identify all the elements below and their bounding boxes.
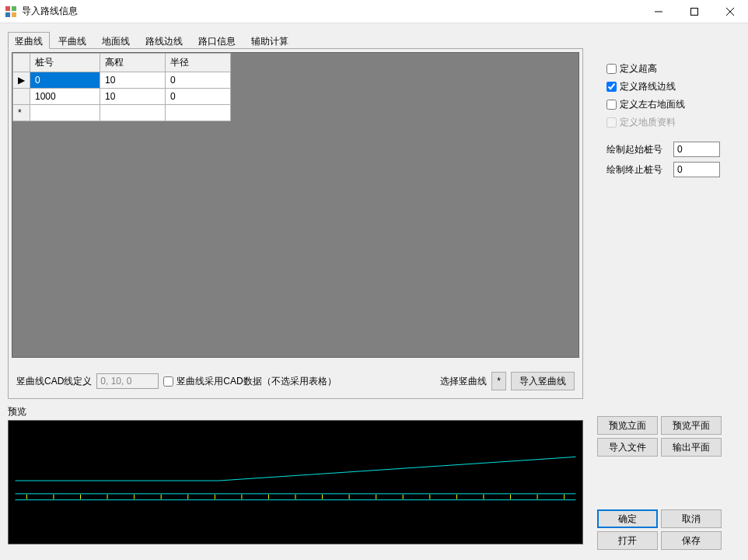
output-plan-button[interactable]: 输出平面 [661, 438, 722, 457]
tab-ground-line[interactable]: 地面线 [95, 32, 137, 49]
start-station-input[interactable] [673, 142, 720, 157]
cad-def-label: 竖曲线CAD线定义 [16, 375, 92, 388]
svg-rect-1 [12, 6, 16, 11]
app-icon [5, 5, 17, 18]
options-group: 定义超高 定义路线边线 定义左右地面线 定义地质资料 [606, 62, 740, 129]
svg-rect-5 [691, 8, 698, 15]
preview-button-grid: 预览立面 预览平面 导入文件 输出平面 [597, 416, 722, 457]
table-row[interactable]: ▶ 0 10 0 [13, 72, 231, 89]
data-grid-wrap: 桩号 高程 半径 ▶ 0 10 0 1000 10 0 [12, 52, 579, 358]
star-button[interactable]: * [491, 372, 506, 390]
opt-superelevation-label: 定义超高 [620, 62, 657, 75]
svg-rect-3 [12, 12, 16, 17]
import-curve-button[interactable]: 导入竖曲线 [511, 372, 575, 390]
use-cad-checkbox[interactable]: 竖曲线采用CAD数据（不选采用表格） [163, 375, 336, 388]
cell-empty[interactable] [30, 105, 100, 121]
import-file-button[interactable]: 导入文件 [597, 438, 658, 457]
titlebar: 导入路线信息 [0, 0, 748, 23]
preview-elevation-button[interactable]: 预览立面 [597, 416, 658, 435]
opt-ground-lines-checkbox[interactable] [606, 100, 617, 110]
close-button[interactable] [712, 0, 748, 23]
svg-rect-2 [5, 12, 10, 17]
tab-horizontal-curve[interactable]: 平曲线 [51, 32, 93, 49]
data-grid[interactable]: 桩号 高程 半径 ▶ 0 10 0 1000 10 0 [12, 53, 231, 121]
end-station-label: 绘制终止桩号 [606, 163, 669, 177]
window-buttons [641, 0, 748, 23]
end-station-row: 绘制终止桩号 [606, 162, 740, 177]
open-button[interactable]: 打开 [597, 531, 658, 550]
cell-station[interactable]: 0 [30, 72, 100, 89]
cell-empty[interactable] [100, 105, 166, 121]
use-cad-label: 竖曲线采用CAD数据（不选采用表格） [177, 375, 336, 388]
left-column: 竖曲线 平曲线 地面线 路线边线 路口信息 辅助计算 桩号 高程 半径 ▶ [8, 31, 583, 552]
opt-geology-checkbox [606, 117, 617, 128]
grid-controls: 竖曲线CAD线定义 竖曲线采用CAD数据（不选采用表格） 选择竖曲线 * 导入竖… [12, 358, 579, 395]
cell-radius[interactable]: 0 [166, 72, 231, 89]
tab-route-boundary[interactable]: 路线边线 [138, 32, 190, 49]
use-cad-checkbox-input[interactable] [163, 376, 173, 387]
tab-aux-calc[interactable]: 辅助计算 [244, 32, 295, 49]
main-content: 竖曲线 平曲线 地面线 路线边线 路口信息 辅助计算 桩号 高程 半径 ▶ [0, 23, 748, 560]
tab-intersection-info[interactable]: 路口信息 [191, 32, 243, 49]
ok-button[interactable]: 确定 [597, 509, 658, 528]
cell-elevation[interactable]: 10 [100, 72, 166, 89]
header-elevation[interactable]: 高程 [100, 54, 166, 72]
preview-label: 预览 [8, 405, 583, 418]
header-blank [13, 54, 30, 72]
row-header[interactable] [13, 89, 30, 105]
end-station-input[interactable] [673, 162, 720, 177]
opt-geology-label: 定义地质资料 [620, 116, 676, 129]
opt-geology: 定义地质资料 [606, 116, 740, 129]
minimize-button[interactable] [641, 0, 676, 23]
svg-rect-0 [5, 6, 10, 11]
opt-ground-lines-label: 定义左右地面线 [620, 98, 685, 111]
cancel-button[interactable]: 取消 [661, 509, 722, 528]
action-button-grid: 确定 取消 打开 保存 [597, 509, 722, 550]
cell-radius[interactable]: 0 [166, 89, 231, 105]
maximize-button[interactable] [676, 0, 712, 23]
header-radius[interactable]: 半径 [166, 54, 231, 72]
cell-station[interactable]: 1000 [30, 89, 100, 105]
preview-plan-button[interactable]: 预览平面 [661, 416, 722, 435]
opt-route-boundary-checkbox[interactable] [606, 82, 617, 92]
opt-route-boundary[interactable]: 定义路线边线 [606, 80, 740, 93]
header-station[interactable]: 桩号 [30, 54, 100, 72]
cell-elevation[interactable]: 10 [100, 89, 166, 105]
row-header-new[interactable]: * [13, 105, 30, 121]
opt-ground-lines[interactable]: 定义左右地面线 [606, 98, 740, 111]
select-curve-label: 选择竖曲线 [440, 375, 487, 388]
table-row[interactable]: 1000 10 0 [13, 89, 231, 105]
svg-line-9 [218, 457, 575, 481]
tab-body: 桩号 高程 半径 ▶ 0 10 0 1000 10 0 [8, 49, 583, 399]
cell-empty[interactable] [166, 105, 231, 121]
cad-def-input[interactable] [96, 373, 159, 389]
start-station-row: 绘制起始桩号 [606, 142, 740, 157]
opt-superelevation-checkbox[interactable] [606, 64, 617, 74]
table-row-new[interactable]: * [13, 105, 231, 121]
start-station-label: 绘制起始桩号 [606, 143, 669, 156]
opt-route-boundary-label: 定义路线边线 [620, 80, 676, 93]
right-column: 定义超高 定义路线边线 定义左右地面线 定义地质资料 绘制起始桩号 绘制终止桩号 [583, 31, 740, 552]
header-row: 桩号 高程 半径 [13, 54, 231, 72]
tab-vertical-curve[interactable]: 竖曲线 [8, 32, 50, 49]
preview-canvas [9, 421, 582, 544]
preview-panel[interactable] [8, 420, 583, 544]
tabstrip: 竖曲线 平曲线 地面线 路线边线 路口信息 辅助计算 [8, 31, 583, 49]
row-header[interactable]: ▶ [13, 72, 30, 89]
save-button[interactable]: 保存 [661, 531, 722, 550]
opt-superelevation[interactable]: 定义超高 [606, 62, 740, 75]
window-title: 导入路线信息 [22, 5, 641, 18]
